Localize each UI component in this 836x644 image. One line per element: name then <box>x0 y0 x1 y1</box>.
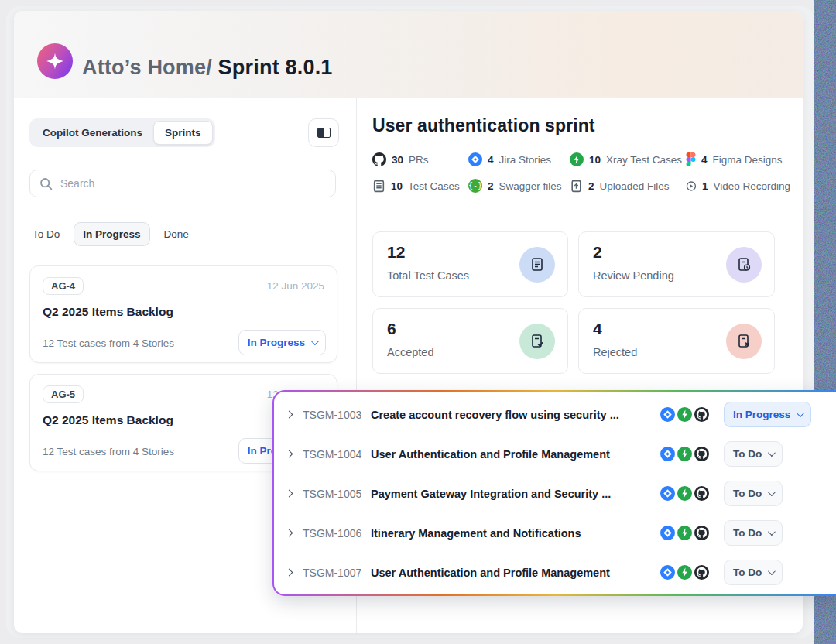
xray-icon <box>677 407 692 422</box>
stat-value: 4 <box>593 320 602 338</box>
xray-icon <box>677 526 692 540</box>
sprint-card-ag-4[interactable]: AG-4 12 Jun 2025 Q2 2025 Items Backlog 1… <box>29 265 337 363</box>
badge-video-recording: 1 Video Recording <box>686 180 790 193</box>
search-input[interactable] <box>60 177 293 190</box>
svg-text:{-}: {-} <box>468 181 482 190</box>
stat-accepted: 6 Accepted <box>372 308 568 374</box>
stat-label: Total Test Cases <box>387 269 469 282</box>
github-icon <box>694 447 709 461</box>
swagger-icon: {-} <box>468 179 482 193</box>
chevron-right-icon[interactable] <box>286 529 293 537</box>
app-header: Atto’s Home/ Sprint 8.0.1 <box>14 11 803 98</box>
github-icon <box>694 526 709 540</box>
story-status-dropdown[interactable]: To Do <box>724 520 783 546</box>
badge-count: 10 <box>391 180 403 192</box>
badge-label: Uploaded Files <box>600 180 670 192</box>
badge-jira-stories: 4 Jira Stories <box>468 152 570 166</box>
badge-test-cases: 10 Test Cases <box>372 180 468 193</box>
badge-figma-designs: 4 Figma Designs <box>686 152 790 166</box>
xray-icon <box>570 152 584 166</box>
jira-icon <box>660 565 675 580</box>
badge-label: Figma Designs <box>713 154 783 166</box>
github-icon <box>694 407 709 422</box>
xray-icon <box>677 447 692 461</box>
story-id: TSGM-1003 <box>303 409 371 421</box>
tab-copilot-generations[interactable]: Copilot Generations <box>32 122 153 144</box>
filter-done[interactable]: Done <box>164 228 189 240</box>
story-title: User Authentication and Profile Manageme… <box>371 567 657 579</box>
jira-icon <box>660 447 675 461</box>
test-case-doc-icon <box>519 247 555 283</box>
story-status-dropdown[interactable]: To Do <box>724 441 783 467</box>
badge-count: 2 <box>488 180 494 192</box>
chevron-right-icon[interactable] <box>286 450 293 458</box>
badge-label: Xray Test Cases <box>606 154 682 166</box>
chevron-right-icon[interactable] <box>286 569 293 577</box>
badge-count: 4 <box>488 154 494 166</box>
sprint-subtitle: 12 Test cases from 4 Stories <box>43 337 174 349</box>
video-recording-icon <box>686 180 697 193</box>
story-row-tsgm-1003[interactable]: TSGM-1003 Create account recovery flow u… <box>274 395 836 434</box>
breadcrumb-home[interactable]: Atto’s Home/ <box>82 56 212 79</box>
stat-cards: 12 Total Test Cases <box>372 231 775 374</box>
story-id: TSGM-1005 <box>303 488 371 500</box>
xray-icon <box>677 565 692 580</box>
story-status-dropdown[interactable]: To Do <box>724 481 783 506</box>
sprint-detail-title: User authentication sprint <box>372 115 595 136</box>
github-icon <box>372 152 386 166</box>
page: Atto’s Home/ Sprint 8.0.1 Copilot Genera… <box>0 0 836 644</box>
stat-total-test-cases: 12 Total Test Cases <box>372 231 568 297</box>
chevron-down-icon <box>311 337 319 345</box>
story-source-icons <box>660 447 719 461</box>
badge-uploaded-files: 2 Uploaded Files <box>570 180 686 193</box>
stat-value: 2 <box>593 243 602 262</box>
story-title: Itinerary Management and Notifications <box>371 527 657 540</box>
sparkle-logo-icon <box>45 51 65 71</box>
badge-count: 4 <box>701 154 708 166</box>
stories-list: TSGM-1003 Create account recovery flow u… <box>274 392 836 594</box>
chevron-down-icon <box>768 449 776 457</box>
filter-todo[interactable]: To Do <box>33 228 60 240</box>
story-status-dropdown[interactable]: In Progress <box>724 402 811 427</box>
story-row-tsgm-1005[interactable]: TSGM-1005 Payment Gateway Integration an… <box>274 474 836 513</box>
story-source-icons <box>660 486 719 501</box>
sprint-status-label: In Progress <box>248 337 305 348</box>
stat-label: Accepted <box>387 346 433 358</box>
view-switcher: Copilot Generations Sprints <box>29 118 215 147</box>
atto-logo <box>37 43 73 79</box>
sprint-title: Q2 2025 Items Backlog <box>43 305 173 319</box>
badge-swagger-files: {-} 2 Swagger files <box>468 179 570 193</box>
badge-label: Video Recording <box>713 180 790 192</box>
doc-x-icon <box>726 324 762 359</box>
xray-icon <box>677 486 692 501</box>
story-source-icons <box>660 526 719 540</box>
collapse-panel-icon <box>317 128 331 138</box>
chevron-right-icon[interactable] <box>286 411 293 419</box>
filter-in-progress[interactable]: In Progress <box>74 222 149 246</box>
story-status-label: To Do <box>733 448 762 460</box>
search-bar[interactable] <box>29 170 336 197</box>
chevron-down-icon <box>768 488 776 496</box>
story-row-tsgm-1006[interactable]: TSGM-1006 Itinerary Management and Notif… <box>274 513 836 553</box>
badge-prs: 30 PRs <box>372 152 468 166</box>
sprint-status-dropdown[interactable]: In Progress <box>238 330 326 355</box>
status-filters: To Do In Progress Done <box>33 222 189 246</box>
tab-sprints[interactable]: Sprints <box>153 121 213 145</box>
badge-label: PRs <box>409 154 429 166</box>
badge-count: 2 <box>588 180 594 192</box>
sprint-title: Q2 2025 Items Backlog <box>43 413 173 427</box>
github-icon <box>694 565 709 580</box>
chevron-down-icon <box>768 528 776 536</box>
chevron-right-icon[interactable] <box>286 490 293 498</box>
collapse-panel-button[interactable] <box>308 118 339 147</box>
story-source-icons <box>660 407 719 422</box>
sprint-id-badge: AG-4 <box>43 277 84 295</box>
story-status-dropdown[interactable]: To Do <box>724 560 783 585</box>
story-status-label: To Do <box>733 527 762 539</box>
story-status-label: To Do <box>733 488 762 499</box>
story-row-tsgm-1004[interactable]: TSGM-1004 User Authentication and Profil… <box>274 434 836 474</box>
story-id: TSGM-1007 <box>303 567 371 579</box>
story-row-tsgm-1007[interactable]: TSGM-1007 User Authentication and Profil… <box>274 553 836 592</box>
story-title: User Authentication and Profile Manageme… <box>371 448 657 461</box>
badge-count: 1 <box>702 180 708 192</box>
